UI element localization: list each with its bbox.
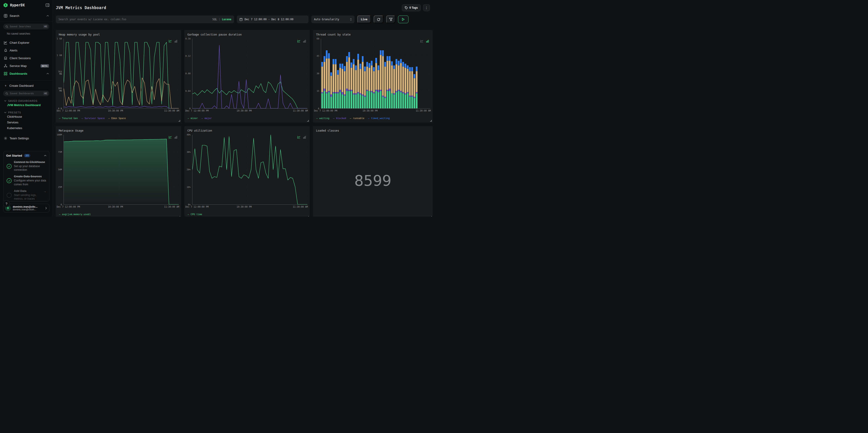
group-presets[interactable]: PRESETS <box>4 111 53 114</box>
y-axis-tick: 25M <box>58 186 62 188</box>
bar-chart-icon[interactable] <box>303 40 306 42</box>
chart-plot-area[interactable] <box>64 135 179 205</box>
sidebar-item-dashboards[interactable]: Dashboards <box>0 70 53 77</box>
y-axis-tick: 0.12 <box>185 55 191 57</box>
chart-plot-area[interactable] <box>64 39 179 109</box>
saved-dashboards-input[interactable]: ⌘K <box>3 91 50 96</box>
main-content: JVM Metrics Dashboard 0 Tags ⋮ SQL | Luc… <box>53 0 434 216</box>
legend-swatch: — <box>316 117 318 120</box>
run-query-button[interactable] <box>398 16 408 23</box>
saved-searches-input[interactable]: ⌘K <box>3 24 50 29</box>
laptop-icon <box>4 57 7 60</box>
get-started-progress-badge: 2/3 <box>24 154 30 157</box>
get-started-title: Get Started <box>6 154 22 157</box>
get-started-step[interactable]: Connect to ClickHouse Set up your databa… <box>6 160 46 172</box>
app-logo[interactable]: HyperDX <box>0 0 53 9</box>
chevron-up-icon[interactable] <box>46 15 49 17</box>
line-chart-icon[interactable] <box>298 40 301 42</box>
dashboard-link-jvm-metrics[interactable]: JVM Metrics Dashboard <box>0 102 53 108</box>
create-dashboard-button[interactable]: + Create Dashboard <box>0 83 53 88</box>
y-axis-tick: 1 GB <box>57 54 62 57</box>
panel-options-button[interactable]: ⋮ <box>423 4 430 11</box>
chart-plot-area[interactable] <box>192 39 307 109</box>
panel-title[interactable]: Loaded classes <box>316 129 339 132</box>
legend-item[interactable]: —minor <box>188 117 198 120</box>
panel-metaspace: Metaspace Usage 025M50M75M100M Dec 7 12:… <box>56 126 181 216</box>
sidebar-item-team-settings[interactable]: Team Settings <box>0 135 53 142</box>
sidebar-item-chart-explorer[interactable]: Chart Explorer <box>0 39 53 46</box>
chart-line-icon <box>4 41 7 44</box>
chevron-up-icon[interactable] <box>44 155 46 156</box>
preset-link-services[interactable]: Services <box>0 120 53 125</box>
sidebar-item-search[interactable]: Search <box>0 12 53 19</box>
live-button[interactable]: Live <box>357 16 371 23</box>
line-chart-icon[interactable] <box>169 40 173 42</box>
sidebar-item-alerts[interactable]: Alerts <box>0 47 53 54</box>
legend-item[interactable]: —waiting <box>316 117 330 120</box>
sidebar-item-client-sessions[interactable]: Client Sessions <box>0 55 53 61</box>
bar-chart-icon[interactable] <box>426 40 429 42</box>
chevron-down-icon <box>4 100 6 101</box>
granularity-select[interactable]: Auto Granularity <box>311 16 354 23</box>
saved-searches-field[interactable] <box>10 25 43 28</box>
legend-item[interactable]: —CPU time <box>188 213 202 216</box>
sidebar-collapse-icon[interactable] <box>45 3 50 7</box>
user-names: dominic.tran@clic... dominic.tran@clickh… <box>13 205 45 211</box>
get-started-step[interactable]: Create Data Sources Configure where your… <box>6 175 46 186</box>
user-menu[interactable]: D dominic.tran@clic... dominic.tran@clic… <box>3 204 50 212</box>
panel-title[interactable]: CPU utilization <box>187 129 212 132</box>
legend-item[interactable]: —runnable <box>350 117 364 120</box>
columns-icon <box>4 14 7 18</box>
legend-item[interactable]: —avg(jvm.memory.used) <box>59 213 91 216</box>
legend-item[interactable]: —blocked <box>333 117 346 120</box>
lucene-toggle[interactable]: Lucene <box>222 18 231 21</box>
event-search-input[interactable] <box>59 18 212 21</box>
filter-button[interactable] <box>386 16 395 23</box>
panel-resize-handle[interactable] <box>430 216 432 216</box>
page-title: JVM Metrics Dashboard <box>56 5 106 10</box>
panel-title[interactable]: Thread count by state <box>316 33 351 36</box>
select-chevrons-icon <box>350 18 352 21</box>
line-chart-icon[interactable] <box>298 136 301 138</box>
legend-item[interactable]: —major <box>202 117 212 120</box>
panel-resize-handle[interactable] <box>430 120 432 122</box>
legend-item[interactable]: —timed_waiting <box>368 117 390 120</box>
group-saved-dashboards[interactable]: SAVED DASHBOARDS <box>4 99 53 102</box>
get-started-step[interactable]: Add Data Start sending logs, metrics, or… <box>6 189 46 200</box>
panel-title[interactable]: Heap memory usage by pool <box>59 33 100 36</box>
legend-item[interactable]: —Tenured Gen <box>59 117 78 120</box>
saved-dashboards-field[interactable] <box>10 92 43 95</box>
legend-label: Survivor Space <box>85 117 105 120</box>
help-button[interactable]: ? <box>3 200 10 207</box>
event-search-box[interactable]: SQL | Lucene <box>56 16 234 23</box>
chart-plot-area[interactable] <box>192 135 307 205</box>
date-range-picker[interactable]: Dec 7 12:00:00 - Dec 8 12:00:00 <box>237 16 309 23</box>
panel-resize-handle[interactable] <box>179 216 180 216</box>
preset-link-kubernetes[interactable]: Kubernetes <box>0 125 53 131</box>
panel-loaded-classes: Loaded classes 8599 <box>313 126 433 216</box>
refresh-button[interactable] <box>374 16 383 23</box>
chevron-up-icon[interactable] <box>46 73 49 74</box>
bar-chart-icon[interactable] <box>175 136 177 138</box>
legend-item[interactable]: —Eden Space <box>108 117 126 120</box>
legend-swatch: — <box>202 117 203 120</box>
chart-legend: —avg(jvm.memory.used) <box>59 213 91 216</box>
panel-resize-handle[interactable] <box>179 120 180 122</box>
line-chart-icon[interactable] <box>420 40 424 42</box>
y-axis-tick: 381 MB <box>58 87 62 92</box>
preset-link-clickhouse[interactable]: ClickHouse <box>0 114 53 120</box>
panel-title[interactable]: Metaspace Usage <box>59 129 83 132</box>
chart-plot-area[interactable] <box>321 39 430 109</box>
sql-toggle[interactable]: SQL <box>212 18 217 21</box>
bar-chart-icon[interactable] <box>303 136 306 138</box>
line-chart-icon[interactable] <box>169 136 173 138</box>
panel-title[interactable]: Garbage collection pause duration <box>187 33 242 36</box>
panel-resize-handle[interactable] <box>307 120 309 122</box>
x-axis-tick: Dec 7 12:00:00 PM <box>185 110 209 112</box>
bar-chart-icon[interactable] <box>175 40 177 42</box>
sidebar-item-service-map[interactable]: Service Map BETA <box>0 63 53 69</box>
user-email: dominic.tran@clickh... <box>13 208 45 211</box>
tags-button[interactable]: 0 Tags <box>402 4 421 11</box>
legend-item[interactable]: —Survivor Space <box>82 117 105 120</box>
panel-resize-handle[interactable] <box>307 216 309 216</box>
